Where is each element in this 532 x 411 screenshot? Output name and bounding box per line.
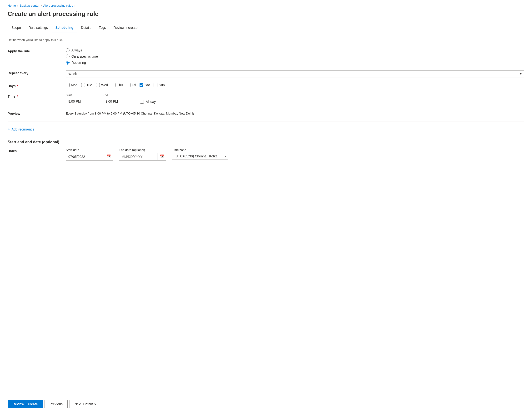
tab-tags[interactable]: Tags bbox=[95, 23, 110, 32]
timezone-select-wrapper: (UTC+05:30) Chennai, Kolka... ▾ bbox=[172, 153, 228, 160]
radio-specific-time-label: On a specific time bbox=[71, 55, 98, 58]
apply-rule-label: Apply the rule bbox=[8, 48, 60, 53]
day-tue-label: Tue bbox=[86, 83, 92, 87]
day-thu[interactable]: Thu bbox=[112, 83, 123, 87]
tab-review-create[interactable]: Review + create bbox=[110, 23, 141, 32]
day-fri-label: Fri bbox=[132, 83, 136, 87]
preview-label: Preview bbox=[8, 111, 60, 115]
day-sat[interactable]: Sat bbox=[140, 83, 150, 87]
day-wed-label: Wed bbox=[101, 83, 108, 87]
start-date-label: Start date bbox=[66, 148, 113, 152]
add-recurrence-label: Add recurrence bbox=[12, 127, 35, 131]
time-required: * bbox=[16, 95, 18, 98]
breadcrumb-sep-1: › bbox=[17, 4, 18, 7]
time-label: Time * bbox=[8, 94, 60, 98]
plus-icon: + bbox=[8, 127, 10, 132]
day-sun[interactable]: Sun bbox=[154, 83, 165, 87]
page-title-row: Create an alert processing rule ··· bbox=[8, 10, 524, 18]
radio-always-input[interactable] bbox=[66, 48, 69, 52]
day-tue[interactable]: Tue bbox=[81, 83, 92, 87]
checkbox-tue[interactable] bbox=[81, 83, 85, 87]
breadcrumb-backup-center[interactable]: Backup center bbox=[20, 4, 39, 7]
tab-details[interactable]: Details bbox=[77, 23, 95, 32]
timezone-select[interactable]: (UTC+05:30) Chennai, Kolka... bbox=[172, 153, 228, 160]
breadcrumb-home[interactable]: Home bbox=[8, 4, 16, 7]
day-thu-label: Thu bbox=[117, 83, 123, 87]
previous-button[interactable]: Previous bbox=[45, 400, 67, 408]
tab-scope[interactable]: Scope bbox=[8, 23, 25, 32]
days-control: Mon Tue Wed Thu Fri bbox=[66, 83, 524, 87]
checkbox-fri[interactable] bbox=[127, 83, 131, 87]
radio-recurring-input[interactable] bbox=[66, 61, 69, 65]
checkbox-thu[interactable] bbox=[112, 83, 115, 87]
apply-rule-options: Always On a specific time Recurring bbox=[66, 48, 524, 65]
allday-label: All day bbox=[146, 100, 156, 104]
radio-always-label: Always bbox=[71, 48, 82, 52]
checkbox-mon[interactable] bbox=[66, 83, 69, 87]
add-recurrence-button[interactable]: + Add recurrence bbox=[8, 126, 34, 132]
radio-recurring-label: Recurring bbox=[71, 61, 86, 65]
dates-control: Start date 📅 End date (optional) 📅 bbox=[66, 148, 524, 161]
day-mon-label: Mon bbox=[71, 83, 77, 87]
radio-specific-time[interactable]: On a specific time bbox=[66, 55, 524, 58]
end-date-input[interactable] bbox=[119, 153, 157, 160]
checkbox-sun[interactable] bbox=[154, 83, 157, 87]
breadcrumb-sep-3: › bbox=[75, 4, 76, 7]
footer: Review + create Previous Next: Details > bbox=[0, 397, 532, 411]
radio-specific-time-input[interactable] bbox=[66, 55, 69, 58]
time-end-field: End bbox=[103, 94, 136, 105]
days-group: Mon Tue Wed Thu Fri bbox=[66, 83, 524, 87]
start-date-wrapper: 📅 bbox=[66, 153, 113, 161]
end-date-label: End date (optional) bbox=[119, 148, 166, 152]
day-mon[interactable]: Mon bbox=[66, 83, 77, 87]
tab-bar: Scope Rule settings Scheduling Details T… bbox=[8, 23, 524, 32]
checkbox-wed[interactable] bbox=[96, 83, 100, 87]
next-button[interactable]: Next: Details > bbox=[69, 400, 101, 408]
days-row: Days * Mon Tue Wed Thu bbox=[8, 83, 524, 88]
time-group: Start End All day bbox=[66, 94, 524, 105]
section-description: Define when you'd like to apply this rul… bbox=[8, 38, 524, 42]
repeat-every-label: Repeat every bbox=[8, 70, 60, 75]
repeat-every-control: Hour Day Week Month bbox=[66, 70, 524, 77]
preview-row: Preview Every Saturday from 8:00 PM to 9… bbox=[8, 111, 524, 115]
checkbox-sat[interactable] bbox=[140, 83, 143, 87]
dates-form-row: Dates Start date 📅 End date (optional) bbox=[8, 148, 524, 161]
day-sun-label: Sun bbox=[159, 83, 165, 87]
start-date-field: Start date 📅 bbox=[66, 148, 113, 161]
allday-item[interactable]: All day bbox=[140, 100, 156, 105]
repeat-every-select[interactable]: Hour Day Week Month bbox=[66, 70, 524, 77]
day-sat-label: Sat bbox=[145, 83, 150, 87]
divider bbox=[8, 121, 524, 121]
day-wed[interactable]: Wed bbox=[96, 83, 108, 87]
end-date-calendar-icon[interactable]: 📅 bbox=[157, 153, 166, 160]
timezone-label: Time zone bbox=[172, 148, 228, 152]
page-title: Create an alert processing rule bbox=[8, 10, 98, 18]
repeat-every-row: Repeat every Hour Day Week Month bbox=[8, 70, 524, 77]
start-end-section: Start and end date (optional) Dates Star… bbox=[8, 140, 524, 161]
start-date-input[interactable] bbox=[66, 153, 104, 160]
days-required: * bbox=[16, 84, 18, 88]
checkbox-allday[interactable] bbox=[140, 100, 144, 104]
radio-always[interactable]: Always bbox=[66, 48, 524, 52]
tab-rule-settings[interactable]: Rule settings bbox=[25, 23, 52, 32]
breadcrumb: Home › Backup center › Alert processing … bbox=[8, 4, 524, 7]
end-date-wrapper: 📅 bbox=[119, 153, 166, 161]
radio-group-apply-rule: Always On a specific time Recurring bbox=[66, 48, 524, 65]
day-fri[interactable]: Fri bbox=[127, 83, 136, 87]
dates-row: Start date 📅 End date (optional) 📅 bbox=[66, 148, 524, 161]
timezone-field: Time zone (UTC+05:30) Chennai, Kolka... … bbox=[172, 148, 228, 160]
time-start-input[interactable] bbox=[66, 98, 99, 105]
tab-scheduling[interactable]: Scheduling bbox=[52, 23, 77, 32]
breadcrumb-sep-2: › bbox=[41, 4, 42, 7]
time-row: Time * Start End All day bbox=[8, 94, 524, 105]
breadcrumb-alert-rules[interactable]: Alert processing rules bbox=[43, 4, 73, 7]
radio-recurring[interactable]: Recurring bbox=[66, 61, 524, 65]
start-date-calendar-icon[interactable]: 📅 bbox=[104, 153, 113, 160]
start-end-heading: Start and end date (optional) bbox=[8, 140, 524, 144]
end-date-field: End date (optional) 📅 bbox=[119, 148, 166, 161]
apply-rule-row: Apply the rule Always On a specific time… bbox=[8, 48, 524, 65]
review-create-button[interactable]: Review + create bbox=[8, 400, 43, 408]
time-end-input[interactable] bbox=[103, 98, 136, 105]
ellipsis-button[interactable]: ··· bbox=[101, 11, 108, 17]
dates-label: Dates bbox=[8, 148, 60, 153]
